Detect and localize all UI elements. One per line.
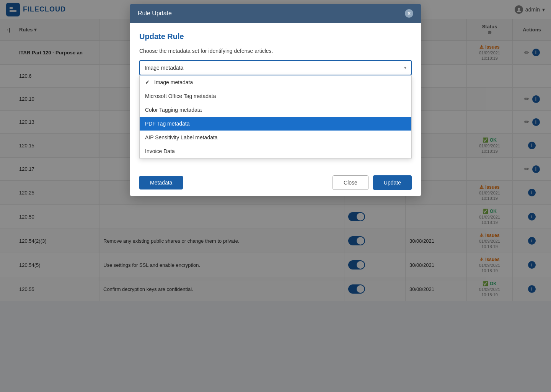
rule-update-modal: Rule Update × Update Rule Choose the met… [130, 4, 421, 196]
modal-footer: Metadata Close Update [130, 169, 421, 196]
dropdown-item-label: AIP Sensitivity Label metadata [145, 134, 218, 140]
modal-title: Rule Update [138, 10, 172, 17]
modal-header: Rule Update × [130, 4, 421, 23]
dropdown-selected-value: Image metadata [145, 65, 183, 71]
update-button[interactable]: Update [373, 175, 412, 190]
dropdown-item-label: PDF Tag metadata [145, 121, 189, 127]
dropdown-item-image-metadata[interactable]: Image metadata [140, 75, 411, 89]
modal-overlay: Rule Update × Update Rule Choose the met… [0, 0, 551, 301]
modal-body: Update Rule Choose the metadata set for … [130, 23, 421, 169]
dropdown-item-label: Microsoft Office Tag metadata [145, 93, 216, 99]
dropdown-item-color-tagging[interactable]: Color Tagging metadata [140, 103, 411, 117]
metadata-button[interactable]: Metadata [139, 176, 183, 189]
dropdown-item-label: Invoice Data [145, 148, 175, 154]
dropdown-item-ms-office[interactable]: Microsoft Office Tag metadata [140, 89, 411, 103]
dropdown-item-aip-sensitivity[interactable]: AIP Sensitivity Label metadata [140, 131, 411, 144]
modal-description: Choose the metadata set for identifying … [139, 48, 412, 54]
dropdown-item-label: Image metadata [154, 79, 193, 85]
modal-heading: Update Rule [139, 32, 412, 41]
modal-close-button[interactable]: × [405, 9, 413, 18]
metadata-dropdown-container: Image metadata ▾ Image metadata Microsof… [139, 60, 412, 75]
metadata-dropdown-list: Image metadata Microsoft Office Tag meta… [139, 75, 412, 158]
dropdown-item-label: Color Tagging metadata [145, 107, 202, 113]
metadata-dropdown-trigger[interactable]: Image metadata ▾ [139, 60, 412, 75]
dropdown-item-pdf-tag[interactable]: PDF Tag metadata [140, 117, 411, 131]
dropdown-item-invoice-data[interactable]: Invoice Data [140, 144, 411, 158]
dropdown-arrow-icon: ▾ [404, 65, 406, 70]
close-button[interactable]: Close [333, 175, 368, 190]
